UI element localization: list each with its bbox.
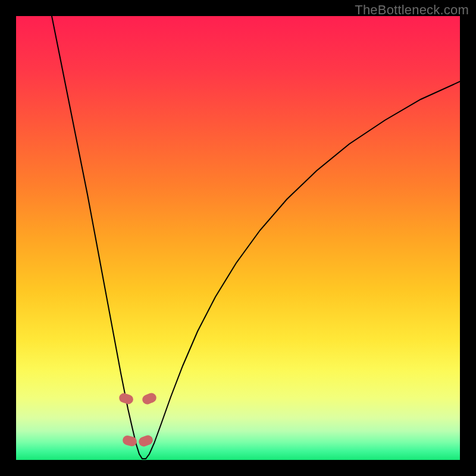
plot-frame — [16, 16, 460, 460]
watermark-text: TheBottleneck.com — [355, 2, 469, 18]
curve-line — [52, 16, 460, 459]
bottleneck-curve — [16, 16, 460, 460]
